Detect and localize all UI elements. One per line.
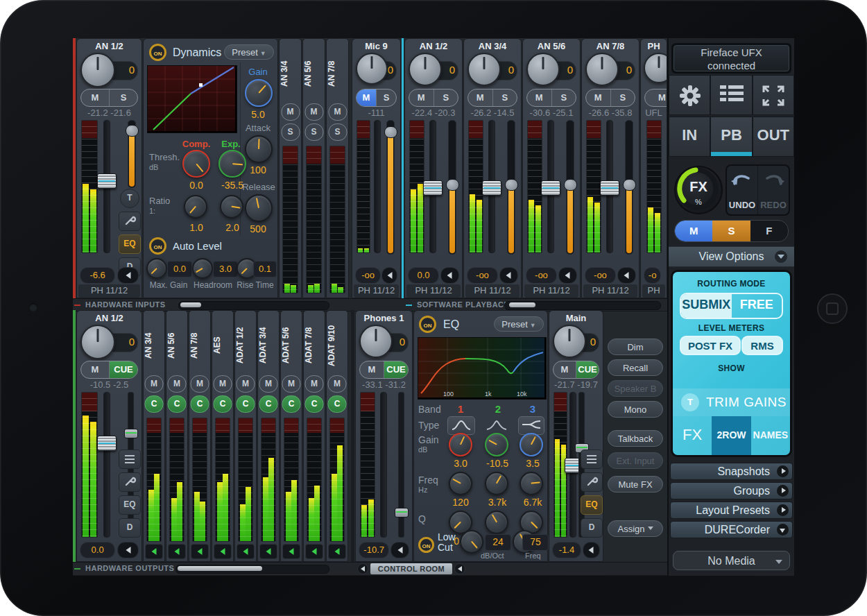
fader-group-button[interactable]: F	[750, 221, 788, 241]
sidebar-menu-button[interactable]: Groups	[670, 482, 793, 499]
solo-button[interactable]: S	[377, 89, 396, 106]
mute-button[interactable]: M	[328, 375, 347, 393]
mute-button[interactable]: M	[81, 89, 110, 106]
solo-master-button[interactable]: S	[712, 221, 750, 241]
mini-fader-handle[interactable]	[395, 508, 409, 517]
undo-button[interactable]: UNDO	[727, 166, 758, 214]
mute-button[interactable]: M	[282, 375, 301, 393]
trim-gains-row[interactable]: T TRIM GAINS	[673, 388, 790, 416]
mute-button[interactable]: M	[468, 89, 493, 106]
cue-button[interactable]: C	[237, 395, 255, 413]
tab-out[interactable]: OUT	[753, 117, 794, 157]
fader-handle[interactable]	[482, 180, 501, 196]
control-room-expand-button[interactable]	[357, 563, 368, 574]
fader-handle[interactable]	[97, 173, 117, 189]
sidebar-menu-button[interactable]: DURECorder	[670, 521, 793, 538]
control-room-button[interactable]: Speaker B	[608, 380, 663, 397]
fader-track[interactable]	[380, 392, 387, 538]
fader-handle[interactable]	[600, 180, 619, 196]
collapse-button[interactable]	[237, 544, 255, 559]
solo-button[interactable]: S	[493, 89, 517, 106]
solo-button[interactable]: S	[110, 89, 137, 106]
settings-wrench-button[interactable]	[119, 472, 141, 492]
mute-button[interactable]: M	[168, 375, 187, 393]
dynamics-on-button[interactable]: ON	[149, 44, 166, 61]
settings-wrench-button[interactable]	[119, 212, 141, 231]
trim-button[interactable]: T	[120, 189, 139, 208]
cue-button[interactable]: C	[305, 395, 324, 413]
solo-button[interactable]: S	[434, 89, 458, 106]
free-button[interactable]: FREE	[732, 294, 782, 318]
band1-gain-knob[interactable]	[449, 433, 472, 456]
dynamics-button[interactable]: D	[119, 518, 141, 538]
submix-button[interactable]: SUBMIX	[681, 294, 732, 318]
mute-button[interactable]: M	[259, 375, 278, 393]
headroom-knob[interactable]	[192, 258, 213, 279]
gain-knob[interactable]	[467, 53, 501, 86]
mute-button[interactable]: M	[237, 375, 255, 393]
dynamics-button[interactable]: D	[581, 518, 603, 538]
cue-button[interactable]: C	[282, 395, 301, 413]
gain-knob[interactable]	[644, 53, 667, 83]
attack-knob[interactable]	[245, 135, 273, 163]
lowcut-on-button[interactable]: ON	[418, 537, 434, 553]
maxgain-knob[interactable]	[146, 258, 167, 279]
two-row-button[interactable]: 2ROW	[712, 416, 750, 455]
cue-button[interactable]: C	[328, 395, 347, 413]
eq-on-button[interactable]: ON	[419, 316, 436, 333]
control-room-button[interactable]: Mute FX	[608, 476, 663, 493]
eq-button[interactable]: EQ	[119, 495, 141, 515]
solo-button[interactable]: S	[611, 89, 635, 106]
collapse-button[interactable]	[583, 542, 600, 558]
mute-button[interactable]: M	[586, 89, 611, 106]
dyn-gain-knob[interactable]	[245, 79, 273, 107]
trim-slider[interactable]	[386, 120, 395, 255]
mute-button[interactable]: M	[328, 103, 347, 121]
ratio-comp-knob[interactable]	[184, 195, 207, 219]
ratio-exp-knob[interactable]	[220, 195, 243, 219]
collapse-button[interactable]	[390, 542, 409, 558]
gain-knob[interactable]	[585, 53, 619, 86]
sidebar-menu-button[interactable]: Snapshots	[670, 463, 793, 480]
mute-button[interactable]: M	[645, 89, 667, 106]
media-select[interactable]: No Media	[673, 551, 790, 570]
band3-freq-knob[interactable]	[520, 472, 543, 495]
collapse-button[interactable]	[328, 544, 346, 559]
band2-type-button[interactable]	[483, 416, 510, 434]
inputs-scrollbar-thumb[interactable]	[180, 302, 201, 307]
playback-scrollbar[interactable]	[504, 301, 661, 310]
control-room-button[interactable]: Dim	[608, 339, 663, 355]
fader-track[interactable]	[488, 120, 495, 253]
gain-knob[interactable]	[553, 325, 586, 358]
band3-gain-knob[interactable]	[520, 433, 543, 456]
release-knob[interactable]	[245, 194, 273, 222]
cue-button[interactable]: C	[168, 395, 187, 413]
show-fx-button[interactable]: FX	[673, 416, 712, 455]
rms-button[interactable]: RMS	[741, 336, 783, 355]
eq-button[interactable]: EQ	[581, 495, 603, 515]
control-room-button[interactable]: Ext. Input	[608, 452, 663, 469]
collapse-button[interactable]	[440, 267, 459, 284]
dynamics-preset-dropdown[interactable]: Preset▼	[224, 44, 274, 60]
collapse-button[interactable]	[117, 267, 139, 284]
band3-type-button[interactable]	[518, 416, 544, 435]
solo-button[interactable]: S	[328, 123, 347, 141]
solo-button[interactable]: S	[552, 89, 576, 106]
collapse-button[interactable]	[381, 267, 397, 284]
collapse-button[interactable]	[191, 544, 209, 559]
sidebar-menu-button[interactable]: Layout Presets	[670, 502, 793, 519]
channel-menu-button[interactable]	[119, 450, 141, 469]
outputs-scrollbar-thumb[interactable]	[178, 566, 262, 571]
fader-handle[interactable]	[97, 436, 117, 451]
settings-wrench-button[interactable]	[581, 472, 603, 492]
eq-button[interactable]: EQ	[119, 234, 141, 254]
home-button[interactable]	[817, 293, 848, 324]
gain-knob[interactable]	[80, 325, 115, 359]
mute-button[interactable]: M	[360, 361, 384, 378]
collapse-button[interactable]	[617, 267, 636, 284]
fader-track[interactable]	[374, 120, 381, 253]
control-room-button[interactable]: Assign	[608, 520, 663, 537]
gain-knob[interactable]	[409, 53, 442, 86]
settings-button[interactable]	[669, 75, 710, 115]
control-room-collapse-button[interactable]	[454, 563, 465, 574]
